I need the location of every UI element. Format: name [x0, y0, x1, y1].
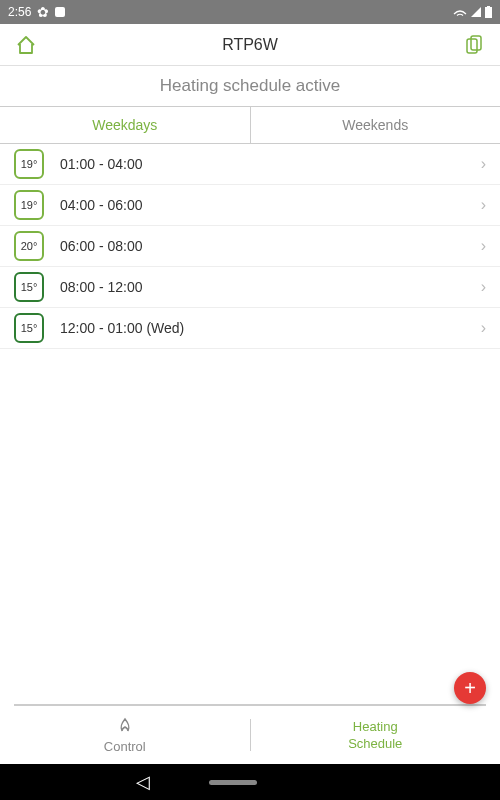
plus-icon: +	[464, 677, 476, 700]
schedule-row[interactable]: 19° 04:00 - 06:00 ›	[0, 185, 500, 226]
copy-icon	[465, 35, 483, 55]
time-range: 12:00 - 01:00 (Wed)	[60, 320, 481, 336]
svg-rect-2	[467, 39, 477, 53]
chevron-right-icon: ›	[481, 155, 486, 173]
chevron-right-icon: ›	[481, 278, 486, 296]
subtitle: Heating schedule active	[0, 66, 500, 106]
signal-icon	[471, 7, 481, 17]
tab-weekdays[interactable]: Weekdays	[0, 107, 251, 143]
page-title: RTP6W	[222, 36, 278, 54]
temp-badge: 19°	[14, 190, 44, 220]
bottom-tab-label: Heating	[353, 719, 398, 735]
chevron-right-icon: ›	[481, 196, 486, 214]
temp-badge: 15°	[14, 313, 44, 343]
time-range: 01:00 - 04:00	[60, 156, 481, 172]
schedule-row[interactable]: 15° 08:00 - 12:00 ›	[0, 267, 500, 308]
temp-badge: 20°	[14, 231, 44, 261]
status-time: 2:56	[8, 5, 31, 19]
home-pill[interactable]	[209, 780, 257, 785]
schedule-list: 19° 01:00 - 04:00 › 19° 04:00 - 06:00 › …	[0, 144, 500, 704]
back-button[interactable]: ◁	[136, 771, 150, 793]
chevron-right-icon: ›	[481, 237, 486, 255]
wifi-icon	[453, 7, 467, 17]
bottom-tab-label: Control	[104, 739, 146, 755]
copy-button[interactable]	[462, 33, 486, 57]
schedule-row[interactable]: 15° 12:00 - 01:00 (Wed) ›	[0, 308, 500, 349]
tab-control[interactable]: Control	[0, 716, 250, 755]
chevron-right-icon: ›	[481, 319, 486, 337]
status-left: 2:56 ✿	[8, 4, 65, 20]
time-range: 08:00 - 12:00	[60, 279, 481, 295]
status-bar: 2:56 ✿	[0, 0, 500, 24]
app-icon	[55, 7, 65, 17]
home-button[interactable]	[14, 33, 38, 57]
add-button[interactable]: +	[454, 672, 486, 704]
svg-rect-0	[485, 7, 492, 18]
tab-weekends[interactable]: Weekends	[251, 107, 501, 143]
tab-heating-schedule[interactable]: Heating Schedule	[251, 719, 501, 751]
bottom-tab-label: Schedule	[348, 736, 402, 752]
system-nav: ◁	[0, 764, 500, 800]
bottom-nav: Control Heating Schedule	[0, 706, 500, 764]
gear-icon: ✿	[37, 4, 49, 20]
svg-rect-1	[487, 6, 490, 7]
schedule-row[interactable]: 19° 01:00 - 04:00 ›	[0, 144, 500, 185]
time-range: 04:00 - 06:00	[60, 197, 481, 213]
app-header: RTP6W	[0, 24, 500, 66]
svg-rect-3	[471, 36, 481, 50]
temp-badge: 15°	[14, 272, 44, 302]
schedule-row[interactable]: 20° 06:00 - 08:00 ›	[0, 226, 500, 267]
time-range: 06:00 - 08:00	[60, 238, 481, 254]
temp-badge: 19°	[14, 149, 44, 179]
flame-icon	[114, 716, 136, 738]
status-right	[453, 6, 492, 18]
day-tabs: Weekdays Weekends	[0, 106, 500, 144]
battery-icon	[485, 6, 492, 18]
home-icon	[15, 34, 37, 56]
